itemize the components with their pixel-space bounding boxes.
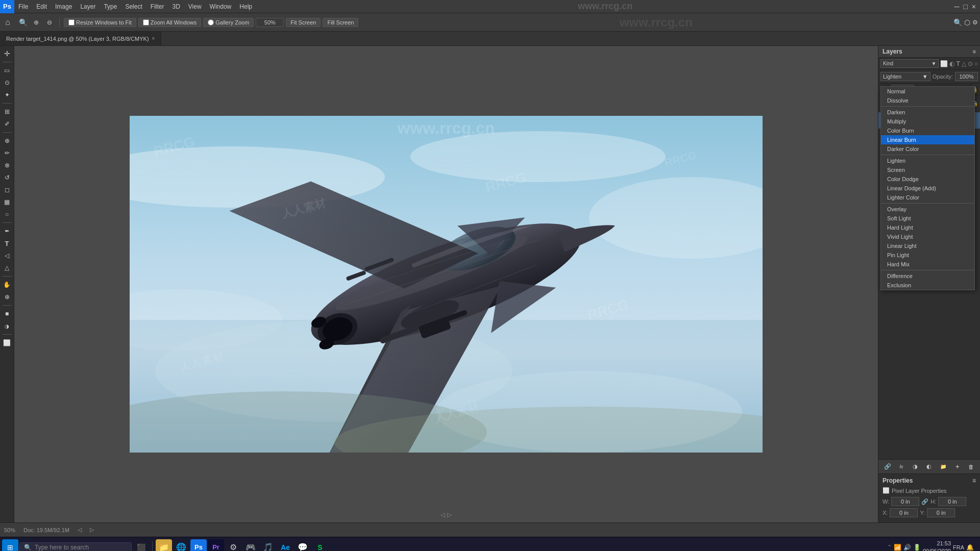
- tab-close-btn[interactable]: ×: [152, 36, 155, 41]
- move-tool[interactable]: ✛: [2, 48, 13, 59]
- resize-windows-btn[interactable]: Resize Windows to Fit: [64, 18, 136, 27]
- path-tool[interactable]: ◁: [2, 250, 13, 261]
- tray-clock[interactable]: 21:53 09/06/2020: [923, 540, 951, 551]
- filter-sm-icon[interactable]: ⊙: [968, 60, 973, 67]
- filter-type-icon[interactable]: T: [956, 60, 960, 67]
- blend-linear-burn[interactable]: Linear Burn: [881, 135, 974, 144]
- blend-darker-color[interactable]: Darker Color: [881, 144, 974, 154]
- menu-file[interactable]: File: [14, 0, 32, 13]
- blend-soft-light[interactable]: Soft Light: [881, 214, 974, 223]
- volume-icon[interactable]: 🔊: [903, 544, 911, 551]
- dodge-tool[interactable]: ○: [2, 209, 13, 220]
- shape-tool[interactable]: △: [2, 262, 13, 273]
- window-close[interactable]: ×: [972, 3, 976, 11]
- blend-linear-dodge[interactable]: Linear Dodge (Add): [881, 184, 974, 193]
- filter-adj-icon[interactable]: ◐: [949, 60, 954, 67]
- y-input[interactable]: 0 in: [927, 508, 955, 517]
- blend-hard-mix[interactable]: Hard Mix: [881, 260, 974, 269]
- menu-edit[interactable]: Edit: [32, 0, 51, 13]
- blend-screen[interactable]: Screen: [881, 165, 974, 174]
- filter-pixel-icon[interactable]: ⬜: [940, 60, 948, 67]
- pen-tool[interactable]: ✒: [2, 226, 13, 237]
- start-button[interactable]: ⊞: [2, 539, 18, 552]
- menu-3d[interactable]: 3D: [168, 0, 184, 13]
- blend-difference[interactable]: Difference: [881, 271, 974, 281]
- fit-screen-btn[interactable]: Fit Screen: [286, 18, 321, 27]
- app6-icon[interactable]: 🎮: [242, 539, 259, 552]
- gallery-zoom-btn[interactable]: Gallery Zoom: [203, 18, 254, 27]
- menu-filter[interactable]: Filter: [146, 0, 168, 13]
- menu-help[interactable]: Help: [235, 0, 256, 13]
- menu-window[interactable]: Window: [206, 0, 236, 13]
- premiere-icon[interactable]: Pr: [208, 539, 224, 552]
- lasso-tool[interactable]: ⊙: [2, 77, 13, 88]
- active-tab[interactable]: Render target_1414.png @ 50% (Layer 3, R…: [0, 32, 161, 45]
- blend-multiply[interactable]: Multiply: [881, 117, 974, 126]
- zoom-tool[interactable]: ⊕: [2, 291, 13, 303]
- app8-icon[interactable]: Ae: [277, 539, 293, 552]
- menu-view[interactable]: View: [184, 0, 206, 13]
- w-input[interactable]: 0 in: [891, 497, 919, 506]
- task-view-icon[interactable]: ⬛: [133, 539, 149, 552]
- adjustment-btn[interactable]: ◐: [924, 462, 934, 472]
- new-group-btn[interactable]: 📁: [938, 462, 948, 472]
- blend-dissolve[interactable]: Dissolve: [881, 96, 974, 105]
- marquee-tool[interactable]: ▭: [2, 65, 13, 76]
- new-layer-btn[interactable]: ＋: [952, 462, 962, 472]
- history-brush-tool[interactable]: ↺: [2, 172, 13, 183]
- type-tool[interactable]: T: [2, 238, 13, 249]
- blend-color-dodge[interactable]: Color Dodge: [881, 174, 974, 184]
- eyedropper-tool[interactable]: ✐: [2, 118, 13, 130]
- fg-color[interactable]: ■: [2, 308, 13, 319]
- healing-tool[interactable]: ⊕: [2, 135, 13, 146]
- blend-pin-light[interactable]: Pin Light: [881, 251, 974, 260]
- menu-layer[interactable]: Layer: [76, 0, 100, 13]
- app9-icon[interactable]: 💬: [295, 539, 311, 552]
- mask-btn[interactable]: ◑: [910, 462, 920, 472]
- blend-darken[interactable]: Darken: [881, 108, 974, 117]
- app5-icon[interactable]: ⚙: [225, 539, 241, 552]
- blend-overlay[interactable]: Overlay: [881, 205, 974, 214]
- screen-mode[interactable]: ⬜: [2, 337, 13, 348]
- chrome-icon[interactable]: 🌐: [173, 539, 189, 552]
- filter-shape-icon[interactable]: △: [962, 60, 966, 67]
- fx-btn[interactable]: fx: [896, 462, 906, 472]
- menu-image[interactable]: Image: [51, 0, 76, 13]
- properties-menu-icon[interactable]: ≡: [972, 477, 976, 484]
- menu-type[interactable]: Type: [100, 0, 121, 13]
- scroll-left[interactable]: ◁: [78, 527, 82, 533]
- layers-menu-icon[interactable]: ≡: [973, 48, 976, 55]
- blend-linear-light[interactable]: Linear Light: [881, 241, 974, 251]
- blend-lighter-color[interactable]: Lighter Color: [881, 193, 974, 202]
- zoom-all-checkbox[interactable]: [143, 19, 149, 26]
- blend-color-burn[interactable]: Color Burn: [881, 126, 974, 135]
- explorer-icon[interactable]: 📁: [156, 539, 172, 552]
- menu-select[interactable]: Select: [121, 0, 146, 13]
- blend-lighten[interactable]: Lighten: [881, 156, 974, 165]
- blend-hard-light[interactable]: Hard Light: [881, 223, 974, 232]
- blend-exclusion[interactable]: Exclusion: [881, 281, 974, 290]
- x-input[interactable]: 0 in: [890, 508, 918, 517]
- app10-icon[interactable]: S: [312, 539, 328, 552]
- quick-mask[interactable]: ◑: [2, 320, 13, 332]
- blend-normal[interactable]: Normal: [881, 87, 974, 96]
- zoom-out-icon[interactable]: ⊖: [44, 17, 55, 28]
- app7-icon[interactable]: 🎵: [260, 539, 276, 552]
- link-layers-btn[interactable]: 🔗: [883, 462, 893, 472]
- workspace-icon[interactable]: ⬡: [964, 18, 970, 27]
- network-icon[interactable]: 📶: [894, 544, 901, 551]
- crop-tool[interactable]: ⊞: [2, 106, 13, 117]
- battery-icon[interactable]: 🔋: [913, 544, 921, 551]
- blend-mode-select[interactable]: Lighten ▼: [880, 72, 930, 81]
- blend-vivid-light[interactable]: Vivid Light: [881, 232, 974, 241]
- fill-screen-btn[interactable]: Fill Screen: [323, 18, 358, 27]
- link-wh-icon[interactable]: 🔗: [921, 498, 928, 505]
- kind-filter-dropdown[interactable]: Kind ▼: [880, 59, 939, 68]
- eraser-tool[interactable]: ◻: [2, 184, 13, 195]
- blend-subtract[interactable]: Subtract: [881, 290, 974, 290]
- home-icon[interactable]: [2, 17, 13, 28]
- search-global-icon[interactable]: 🔍: [953, 18, 962, 27]
- brush-tool[interactable]: ✏: [2, 147, 13, 159]
- hand-tool[interactable]: ✋: [2, 279, 13, 290]
- taskbar-search[interactable]: 🔍 Type here to search: [19, 542, 132, 552]
